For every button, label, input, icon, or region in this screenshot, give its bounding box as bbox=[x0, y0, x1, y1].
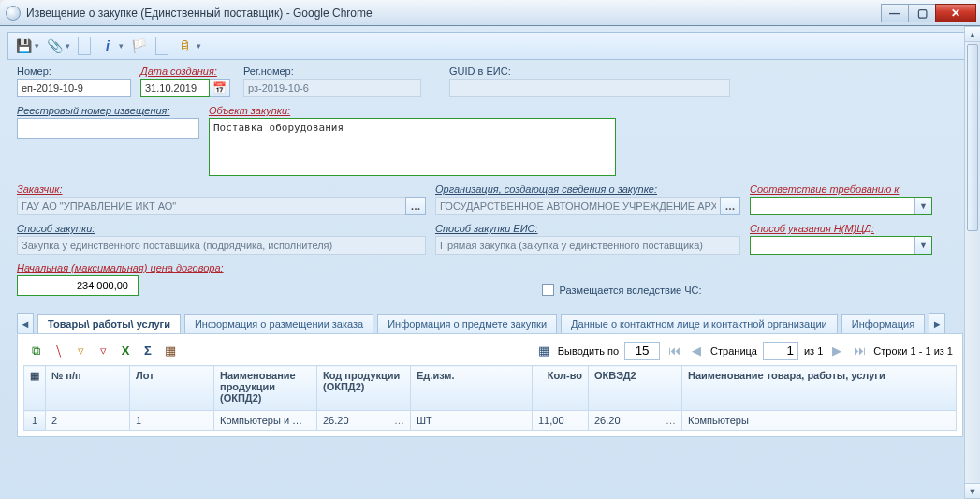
save-icon[interactable]: 💾 bbox=[14, 37, 33, 55]
chevron-down-icon[interactable]: ▼ bbox=[914, 237, 931, 254]
chevron-down-icon[interactable]: ▼ bbox=[914, 198, 931, 214]
method-input bbox=[17, 236, 426, 255]
form-content: Номер: Дата создания: 📅 Рег.номер: GUID … bbox=[0, 66, 980, 499]
remove-row-icon[interactable]: ⧹ bbox=[50, 343, 66, 360]
registry-label: Реестровый номер извещения: bbox=[17, 105, 199, 116]
columns-icon[interactable]: ▦ bbox=[162, 343, 179, 360]
cell-npp[interactable]: 2 bbox=[46, 411, 130, 431]
info-icon[interactable]: i bbox=[98, 37, 117, 55]
cell-okved2[interactable]: 26.20 … bbox=[589, 411, 682, 431]
req-conf-label: Соответствие требованию к bbox=[750, 183, 932, 195]
minimize-button[interactable]: — bbox=[881, 4, 909, 22]
cell-code-okpd2[interactable]: 26.20 … bbox=[317, 411, 411, 431]
create-date-input[interactable] bbox=[140, 79, 210, 97]
customer-input bbox=[17, 197, 405, 215]
nmcd-select[interactable] bbox=[750, 236, 932, 255]
row-header-selector[interactable]: ▦ bbox=[24, 366, 46, 411]
app-icon bbox=[6, 6, 21, 21]
out-label: Выводить по bbox=[558, 345, 619, 357]
first-page-icon[interactable]: ⏮ bbox=[666, 343, 682, 360]
number-label: Номер: bbox=[17, 66, 131, 77]
tabs-scroll-right[interactable]: ► bbox=[929, 313, 945, 333]
goods-grid: ▦ № п/п Лот Наименование продукции (ОКПД… bbox=[23, 365, 957, 431]
req-conf-select[interactable] bbox=[750, 197, 932, 215]
close-button[interactable]: ✕ bbox=[935, 4, 976, 22]
tab-contact[interactable]: Данные о контактном лице и контактной ор… bbox=[561, 314, 838, 333]
flag-icon[interactable]: 🏳️ bbox=[129, 37, 148, 55]
page-size-input[interactable] bbox=[624, 342, 660, 360]
nmc-value[interactable]: 234 000,00 bbox=[17, 275, 139, 296]
cell-name-okpd2[interactable]: Компьютеры и … bbox=[214, 411, 317, 431]
db-icon[interactable]: 🛢 bbox=[176, 37, 195, 55]
nmcd-label: Способ указания Н(М)ЦД: bbox=[750, 223, 932, 234]
grid-panel: ⧉ ⧹ ▿ ▿ X Σ ▦ ▦ Выводить по ⏮ ◀ Страница bbox=[17, 334, 963, 437]
window-frame: Извещение о закупке (Единственный постав… bbox=[0, 0, 980, 499]
regnum-input bbox=[243, 79, 421, 97]
page-of: из 1 bbox=[804, 345, 823, 357]
nmc-label: Начальная (максимальная) цена договора: bbox=[17, 262, 224, 273]
col-name-okpd2[interactable]: Наименование продукции (ОКПД2) bbox=[214, 366, 317, 411]
chs-checkbox[interactable] bbox=[542, 284, 554, 296]
ellipsis-icon[interactable]: … bbox=[666, 415, 676, 426]
tab-bar: ◄ Товары\ работы\ услуги Информация о ра… bbox=[17, 313, 963, 334]
object-textarea[interactable]: Поставка оборудования bbox=[209, 118, 616, 176]
toolbar: 💾 ▾ 📎 ▾ i ▾ 🏳️ 🛢 ▾ bbox=[7, 32, 973, 60]
next-page-icon[interactable]: ▶ bbox=[828, 343, 845, 360]
col-qty[interactable]: Кол-во bbox=[533, 366, 589, 411]
scrollbar-thumb[interactable] bbox=[967, 44, 978, 231]
tab-goods[interactable]: Товары\ работы\ услуги bbox=[37, 314, 181, 334]
cell-qty[interactable]: 11,00 bbox=[533, 411, 589, 431]
attach-dropdown-icon[interactable]: ▾ bbox=[66, 41, 70, 51]
col-lot[interactable]: Лот bbox=[130, 366, 214, 411]
customer-pick-button[interactable]: … bbox=[405, 197, 426, 215]
clear-filter-icon[interactable]: ▿ bbox=[95, 343, 111, 360]
chs-label: Размещается вследствие ЧС: bbox=[560, 285, 702, 296]
tab-info[interactable]: Информация bbox=[841, 314, 925, 333]
tab-placement[interactable]: Информация о размещении заказа bbox=[184, 314, 373, 333]
org-creator-input bbox=[435, 197, 720, 215]
scrollbar-vertical[interactable]: ▲ ▼ bbox=[964, 26, 980, 499]
cell-item-name[interactable]: Компьютеры bbox=[682, 411, 957, 431]
col-unit[interactable]: Ед.изм. bbox=[411, 366, 533, 411]
tabs-scroll-left[interactable]: ◄ bbox=[17, 313, 34, 333]
org-creator-pick-button[interactable]: … bbox=[720, 197, 740, 215]
regnum-label: Рег.номер: bbox=[243, 66, 421, 77]
page-label: Страница bbox=[710, 345, 757, 357]
filter-icon[interactable]: ▿ bbox=[72, 343, 89, 360]
save-dropdown-icon[interactable]: ▾ bbox=[35, 41, 39, 51]
row-index: 1 bbox=[24, 411, 46, 431]
scroll-up-icon[interactable]: ▲ bbox=[965, 26, 980, 42]
object-label: Объект закупки: bbox=[209, 105, 616, 116]
info-dropdown-icon[interactable]: ▾ bbox=[119, 41, 124, 51]
sum-icon[interactable]: Σ bbox=[139, 343, 156, 360]
grid-settings-icon[interactable]: ▦ bbox=[535, 343, 552, 360]
cell-unit[interactable]: ШТ bbox=[411, 411, 533, 431]
last-page-icon[interactable]: ⏭ bbox=[851, 343, 868, 360]
ellipsis-icon[interactable]: … bbox=[394, 415, 404, 426]
col-item-name[interactable]: Наименование товара, работы, услуги bbox=[682, 366, 957, 411]
col-npp[interactable]: № п/п bbox=[46, 366, 130, 411]
guid-label: GUID в ЕИС: bbox=[449, 66, 730, 77]
calendar-icon[interactable]: 📅 bbox=[210, 79, 230, 97]
window-title: Извещение о закупке (Единственный постав… bbox=[26, 7, 882, 20]
col-okved2[interactable]: ОКВЭД2 bbox=[589, 366, 682, 411]
add-row-icon[interactable]: ⧉ bbox=[27, 343, 44, 360]
rows-info: Строки 1 - 1 из 1 bbox=[873, 345, 953, 357]
page-cur-input[interactable] bbox=[763, 342, 798, 360]
maximize-button[interactable]: ▢ bbox=[908, 4, 936, 22]
scroll-down-icon[interactable]: ▼ bbox=[965, 483, 980, 499]
org-creator-label: Организация, создающая сведения о закупк… bbox=[435, 183, 740, 195]
titlebar[interactable]: Извещение о закупке (Единственный постав… bbox=[0, 0, 980, 26]
table-row[interactable]: 1 2 1 Компьютеры и … 26.20 … ШТ 11,00 26… bbox=[24, 411, 957, 431]
guid-input bbox=[449, 79, 730, 97]
prev-page-icon[interactable]: ◀ bbox=[688, 343, 705, 360]
db-dropdown-icon[interactable]: ▾ bbox=[197, 41, 201, 51]
registry-input[interactable] bbox=[17, 118, 199, 139]
export-excel-icon[interactable]: X bbox=[117, 343, 134, 360]
attach-icon[interactable]: 📎 bbox=[45, 37, 64, 55]
customer-label: Заказчик: bbox=[17, 183, 426, 195]
col-code-okpd2[interactable]: Код продукции (ОКПД2) bbox=[317, 366, 411, 411]
number-input[interactable] bbox=[17, 79, 131, 97]
tab-subject[interactable]: Информация о предмете закупки bbox=[377, 314, 557, 333]
cell-lot[interactable]: 1 bbox=[130, 411, 214, 431]
